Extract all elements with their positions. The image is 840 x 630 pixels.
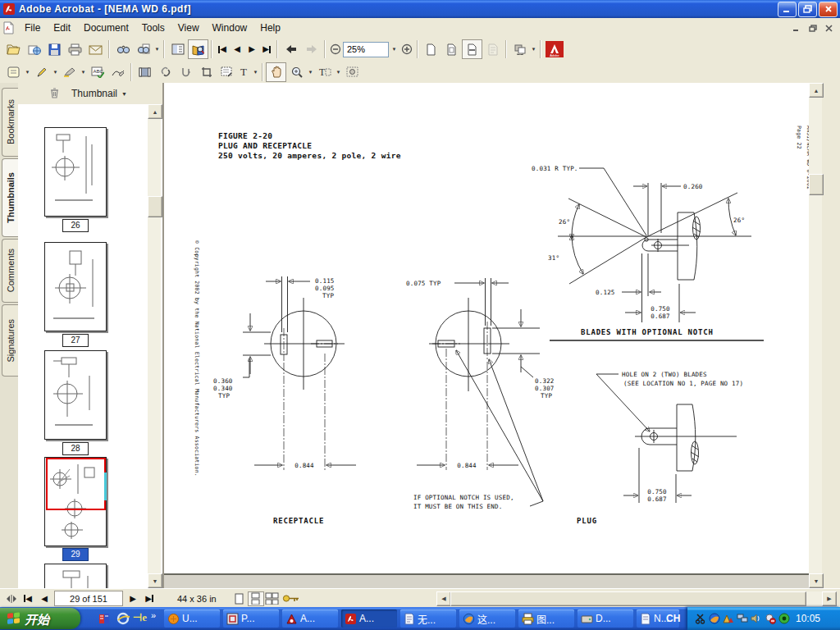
navigation-pane-button[interactable] xyxy=(167,39,188,59)
hscroll-thumb[interactable] xyxy=(450,591,806,606)
page-number-29-selected[interactable]: 29 xyxy=(62,548,89,561)
search-dropdown-arrow[interactable]: ▼ xyxy=(153,47,161,52)
task-button-3[interactable]: A... xyxy=(282,609,338,628)
zoom-level-combo[interactable]: 25% xyxy=(343,42,389,57)
thumbnails-scroll-down[interactable]: ▼ xyxy=(148,573,162,588)
hscroll-left[interactable]: ◀ xyxy=(436,591,451,606)
zoom-tool-dropdown[interactable]: ▼ xyxy=(307,70,314,75)
rotate-dropdown-arrow[interactable]: ▼ xyxy=(530,47,537,52)
pencil-tool-button[interactable] xyxy=(31,62,52,82)
tray-media-icon[interactable] xyxy=(778,613,790,625)
email-button[interactable] xyxy=(85,39,106,59)
quicklaunch-reader-icon[interactable] xyxy=(98,612,112,627)
zoom-in-button[interactable] xyxy=(399,39,414,59)
previous-page-button[interactable]: ◀ xyxy=(230,39,244,59)
page-number-box[interactable]: 29 of 151 xyxy=(54,591,123,606)
menu-window[interactable]: Window xyxy=(206,20,254,36)
highlighter-tool-dropdown[interactable]: ▼ xyxy=(80,70,87,75)
text-select-tool-button[interactable]: T xyxy=(314,62,335,82)
horizontal-scrollbar[interactable]: ◀ ▶ xyxy=(436,591,835,605)
hand-tool-button[interactable] xyxy=(266,62,286,82)
panel-splitter-button[interactable] xyxy=(3,591,20,606)
tray-graphics-icon[interactable] xyxy=(722,613,734,625)
panel-menu-arrow[interactable]: ▼ xyxy=(121,91,128,97)
next-page-button[interactable]: ▶ xyxy=(244,39,259,59)
print-button[interactable] xyxy=(65,39,85,59)
task-button-2[interactable]: P... xyxy=(223,609,279,628)
tab-comments[interactable]: Comments xyxy=(2,239,18,303)
zoom-dropdown-arrow[interactable]: ▼ xyxy=(389,47,399,52)
zoom-tool-button[interactable] xyxy=(286,62,307,82)
page-number-28[interactable]: 28 xyxy=(62,442,89,455)
note-tool-button[interactable] xyxy=(3,62,24,82)
task-button-8[interactable]: D... xyxy=(578,609,633,628)
open-web-page-button[interactable] xyxy=(24,39,44,59)
start-button[interactable]: 开始 xyxy=(0,608,80,629)
mdi-close-button[interactable] xyxy=(821,21,837,35)
quicklaunch-ie-icon[interactable] xyxy=(116,612,130,627)
snapshot-tool-button[interactable] xyxy=(342,62,363,82)
status-first-page-button[interactable]: ◀ xyxy=(20,591,36,606)
thumbnail-page-27[interactable] xyxy=(44,242,107,331)
tray-antivirus-icon[interactable] xyxy=(764,613,776,625)
key-icon[interactable] xyxy=(281,591,302,606)
next-view-button[interactable] xyxy=(301,39,322,59)
document-scroll-down[interactable]: ▼ xyxy=(809,573,824,588)
fit-page-button[interactable] xyxy=(441,39,462,59)
spellcheck-button[interactable]: ABC xyxy=(87,62,107,82)
menu-view[interactable]: View xyxy=(171,20,206,36)
thumbnail-page-29[interactable] xyxy=(44,457,107,546)
text-tool-dropdown[interactable]: ▼ xyxy=(252,70,259,75)
ebook-button[interactable] xyxy=(188,39,208,59)
thumbnail-page-26[interactable] xyxy=(44,127,107,217)
restore-button[interactable] xyxy=(798,2,817,17)
status-previous-page-button[interactable]: ◀ xyxy=(36,591,52,606)
tray-volume-icon[interactable] xyxy=(750,613,762,625)
thumbnails-scroll-up[interactable]: ▲ xyxy=(148,104,162,119)
find-button[interactable] xyxy=(112,39,133,59)
task-button-1[interactable]: U... xyxy=(164,609,220,628)
menu-file[interactable]: File xyxy=(18,20,47,36)
note-tool-dropdown[interactable]: ▼ xyxy=(24,70,31,75)
thumbnails-scrollbar[interactable]: ▲ ▼ xyxy=(148,104,161,588)
fit-width-button[interactable] xyxy=(462,39,482,59)
tray-clipboard-icon[interactable] xyxy=(694,613,706,625)
task-button-5[interactable]: 无... xyxy=(400,609,456,628)
single-page-layout-button[interactable] xyxy=(231,591,248,606)
tab-bookmarks[interactable]: Bookmarks xyxy=(2,88,18,157)
open-file-button[interactable] xyxy=(3,39,24,59)
rotate-view-button[interactable] xyxy=(509,39,530,59)
menu-help[interactable]: Help xyxy=(253,20,287,36)
reflow-button[interactable] xyxy=(482,39,503,59)
search-button[interactable] xyxy=(133,39,153,59)
menu-document[interactable]: Document xyxy=(77,20,135,36)
highlighter-tool-button[interactable] xyxy=(59,62,80,82)
page-number-27[interactable]: 27 xyxy=(62,334,89,347)
form-tool-button[interactable] xyxy=(217,62,237,82)
movie-tool-button[interactable] xyxy=(135,62,155,82)
document-scroll-up[interactable]: ▲ xyxy=(809,83,824,98)
tab-signatures[interactable]: Signatures xyxy=(2,304,18,377)
link-tool-button[interactable] xyxy=(155,62,176,82)
text-tool-button[interactable]: T xyxy=(237,62,252,82)
thumbnail-page-30-partial[interactable] xyxy=(44,564,107,588)
menu-edit[interactable]: Edit xyxy=(47,20,77,36)
clock[interactable]: 10:05 xyxy=(796,613,820,624)
close-button[interactable] xyxy=(819,2,838,17)
quicklaunch-overflow-chevron[interactable]: » xyxy=(151,610,156,620)
first-page-button[interactable]: ◀ xyxy=(215,39,230,59)
page-number-26[interactable]: 26 xyxy=(62,219,89,232)
document-scroll-thumb[interactable] xyxy=(809,174,824,195)
zoom-out-button[interactable] xyxy=(328,39,343,59)
delete-thumbnail-icon[interactable] xyxy=(49,87,60,100)
mdi-restore-button[interactable] xyxy=(805,21,820,35)
text-select-dropdown[interactable]: ▼ xyxy=(335,70,342,75)
attach-tool-button[interactable] xyxy=(176,62,196,82)
thumbnail-page-28[interactable] xyxy=(44,350,107,440)
status-last-page-button[interactable]: ▶ xyxy=(141,591,158,606)
status-next-page-button[interactable]: ▶ xyxy=(125,591,141,606)
tray-browser-icon[interactable] xyxy=(708,613,720,625)
task-button-4-acrobat-active[interactable]: A... xyxy=(341,609,397,628)
pencil-tool-dropdown[interactable]: ▼ xyxy=(52,70,59,75)
mdi-minimize-button[interactable] xyxy=(788,21,804,35)
